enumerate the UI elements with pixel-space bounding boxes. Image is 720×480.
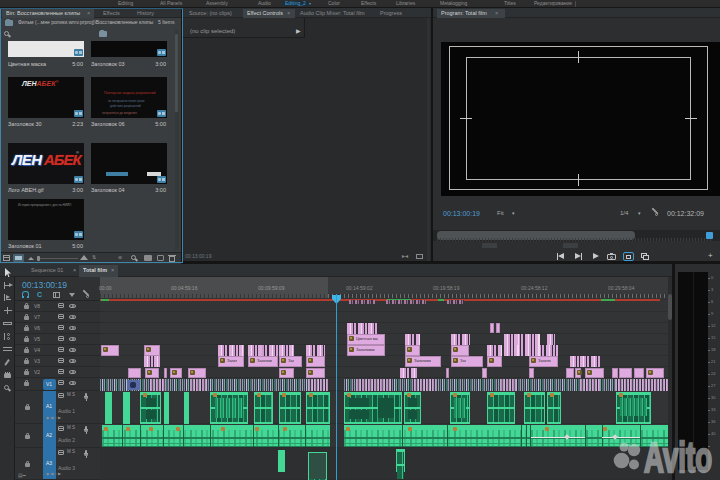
svg-text:Avito: Avito: [644, 434, 712, 480]
